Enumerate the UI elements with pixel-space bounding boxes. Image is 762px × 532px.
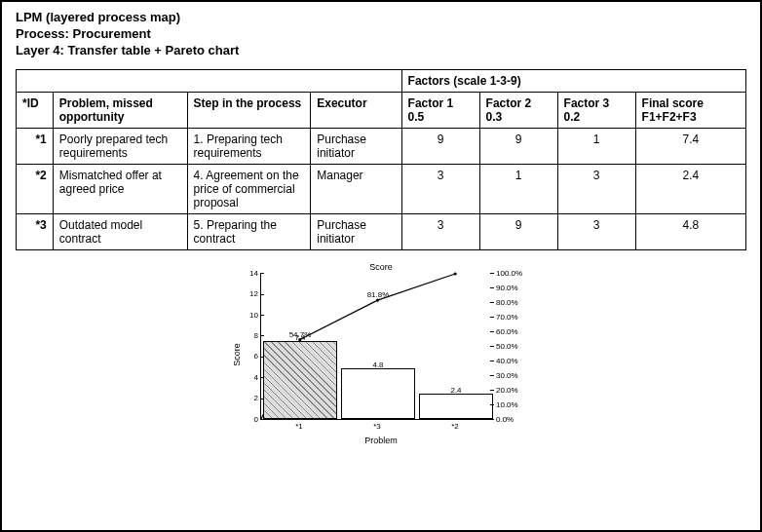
cell-f2: 1 — [479, 164, 557, 213]
y2-tick: 90.0% — [496, 284, 535, 292]
col-f1: Factor 1 0.5 — [401, 92, 479, 128]
cell-problem: Mismatched offer at agreed price — [53, 164, 187, 213]
col-f3-weight: 0.2 — [564, 110, 629, 124]
y2-tick: 10.0% — [496, 400, 535, 409]
col-f1-name: Factor 1 — [408, 96, 474, 110]
plot-area: 7.454.7%4.881.8%2.4 — [260, 274, 494, 420]
col-final: Final score F1+F2+F3 — [635, 92, 745, 128]
table-row: *2 Mismatched offer at agreed price 4. A… — [17, 164, 746, 213]
y2-tick: 60.0% — [496, 327, 535, 336]
col-step: Step in the process — [187, 92, 311, 128]
transfer-table: Factors (scale 1-3-9) *ID Problem, misse… — [16, 69, 746, 250]
cell-f2: 9 — [479, 128, 557, 164]
pareto-chart: Score Score 7.454.7%4.881.8%2.4 02468101… — [225, 262, 537, 445]
cumulative-pct-label: 81.8% — [367, 290, 390, 299]
cell-f2: 9 — [479, 213, 557, 249]
col-f1-weight: 0.5 — [408, 110, 474, 124]
y2-tick: 30.0% — [496, 371, 535, 380]
y2-tick: 40.0% — [496, 357, 535, 365]
y-tick: 14 — [235, 269, 258, 278]
col-f2: Factor 2 0.3 — [479, 92, 557, 128]
cell-step: 5. Preparing the contract — [187, 213, 311, 249]
table-header-row: *ID Problem, missed opportunity Step in … — [17, 92, 746, 128]
y2-tick: 80.0% — [496, 298, 535, 307]
bar — [263, 341, 338, 418]
table-row: *3 Outdated model contract 5. Preparing … — [17, 213, 746, 249]
title-line-3: Layer 4: Transfer table + Pareto chart — [16, 43, 746, 59]
y-tick: 6 — [235, 352, 258, 361]
col-f3-name: Factor 3 — [564, 96, 629, 110]
y2-tick: 0.0% — [496, 415, 535, 424]
cell-f1: 3 — [401, 213, 479, 249]
y-tick: 4 — [235, 373, 258, 382]
col-f2-name: Factor 2 — [486, 96, 552, 110]
y-tick: 10 — [235, 311, 258, 320]
y-tick: 8 — [235, 331, 258, 340]
y-tick: 2 — [235, 394, 258, 402]
x-tick: *3 — [373, 422, 381, 431]
group-factors: Factors (scale 1-3-9) — [401, 69, 745, 92]
col-problem: Problem, missed opportunity — [53, 92, 187, 128]
chart-plot: Score 7.454.7%4.881.8%2.4 024681012140.0… — [225, 274, 537, 436]
cell-final: 7.4 — [635, 128, 745, 164]
cell-id: *1 — [17, 128, 54, 164]
cell-f1: 9 — [401, 128, 479, 164]
group-empty — [17, 69, 402, 92]
y2-tick: 70.0% — [496, 313, 535, 322]
bar — [419, 394, 494, 419]
cell-executor: Purchase initiator — [311, 128, 401, 164]
x-tick: *1 — [295, 422, 303, 431]
cell-step: 1. Preparing tech requirements — [187, 128, 311, 164]
col-executor: Executor — [311, 92, 401, 128]
cell-problem: Poorly prepared tech requirements — [53, 128, 187, 164]
title-line-2: Process: Procurement — [16, 26, 746, 43]
header: LPM (layered process map) Process: Procu… — [16, 10, 746, 59]
x-tick: *2 — [451, 422, 459, 431]
cell-f3: 3 — [557, 213, 635, 249]
x-axis-label: Problem — [225, 436, 537, 445]
svg-point-2 — [454, 272, 457, 275]
cell-problem: Outdated model contract — [53, 213, 187, 249]
cell-step: 4. Agreement on the price of commercial … — [187, 164, 311, 213]
document-frame: LPM (layered process map) Process: Procu… — [0, 0, 762, 532]
title-line-1: LPM (layered process map) — [16, 10, 746, 26]
bar — [341, 368, 416, 418]
cell-f1: 3 — [401, 164, 479, 213]
cell-final: 2.4 — [635, 164, 745, 213]
cell-executor: Manager — [311, 164, 401, 213]
col-final-sub: F1+F2+F3 — [642, 110, 740, 124]
col-final-name: Final score — [642, 96, 740, 110]
y-tick: 0 — [235, 415, 258, 424]
chart-title: Score — [225, 262, 537, 272]
cell-f3: 1 — [557, 128, 635, 164]
cell-f3: 3 — [557, 164, 635, 213]
y2-tick: 50.0% — [496, 342, 535, 351]
table-row: *1 Poorly prepared tech requirements 1. … — [17, 128, 746, 164]
y2-tick: 100.0% — [496, 269, 535, 278]
cell-id: *2 — [17, 164, 54, 213]
col-id: *ID — [17, 92, 54, 128]
cumulative-pct-label: 54.7% — [289, 330, 312, 339]
cell-final: 4.8 — [635, 213, 745, 249]
bar-value-label: 2.4 — [450, 386, 461, 395]
col-f3: Factor 3 0.2 — [557, 92, 635, 128]
cell-id: *3 — [17, 213, 54, 249]
col-f2-weight: 0.3 — [486, 110, 552, 124]
y-tick: 12 — [235, 289, 258, 298]
table-header-group-row: Factors (scale 1-3-9) — [17, 69, 746, 92]
cell-executor: Purchase initiator — [311, 213, 401, 249]
y2-tick: 20.0% — [496, 386, 535, 395]
bar-value-label: 4.8 — [372, 361, 383, 369]
